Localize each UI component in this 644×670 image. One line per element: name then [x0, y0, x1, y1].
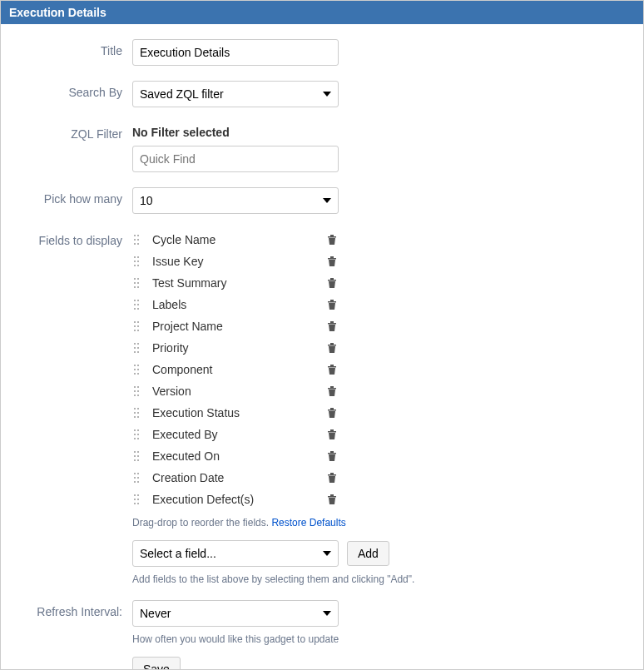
field-item-label: Issue Key	[152, 255, 327, 268]
label-pick-how-many: Pick how many	[9, 187, 132, 206]
field-item-label: Priority	[152, 341, 327, 355]
drag-handle-icon[interactable]	[132, 450, 141, 462]
field-item-label: Labels	[152, 298, 327, 311]
field-item[interactable]: Project Name	[132, 315, 339, 337]
svg-point-53	[137, 373, 139, 375]
svg-point-9	[137, 256, 139, 258]
svg-point-10	[134, 261, 136, 262]
svg-point-97	[137, 494, 139, 496]
row-save: Save	[9, 657, 635, 669]
svg-rect-23	[330, 278, 334, 280]
search-by-select[interactable]: Saved ZQL filter	[132, 81, 339, 107]
trash-icon[interactable]	[327, 450, 339, 462]
field-item[interactable]: Test Summary	[132, 272, 339, 294]
field-item-label: Version	[152, 385, 327, 398]
trash-icon[interactable]	[327, 299, 339, 310]
label-search-by: Search By	[9, 81, 132, 99]
svg-point-2	[134, 239, 136, 241]
trash-icon[interactable]	[327, 385, 339, 397]
svg-point-69	[137, 416, 139, 418]
drag-handle-icon[interactable]	[132, 256, 141, 267]
row-pick-how-many: Pick how many 10	[9, 187, 635, 214]
svg-point-89	[137, 473, 139, 474]
svg-point-92	[134, 481, 136, 483]
field-item-label: Creation Date	[152, 471, 327, 484]
refresh-interval-select[interactable]: Never	[132, 600, 339, 627]
svg-rect-86	[328, 453, 336, 454]
drag-handle-icon[interactable]	[132, 364, 141, 375]
svg-rect-63	[330, 386, 334, 388]
svg-point-84	[134, 459, 136, 461]
drag-handle-icon[interactable]	[132, 429, 141, 440]
trash-icon[interactable]	[327, 472, 339, 484]
field-item[interactable]: Version	[132, 380, 339, 402]
drag-handle-icon[interactable]	[132, 472, 141, 484]
field-item-label: Cycle Name	[152, 233, 327, 246]
drag-handle-icon[interactable]	[132, 234, 141, 246]
svg-rect-103	[330, 494, 334, 496]
trash-icon[interactable]	[327, 494, 339, 505]
field-item-label: Test Summary	[152, 276, 327, 290]
trash-icon[interactable]	[327, 320, 339, 332]
scroll-container[interactable]: Title Search By Saved ZQL filter ZQL Fil…	[1, 24, 643, 669]
add-button[interactable]: Add	[347, 541, 389, 566]
restore-defaults-link[interactable]: Restore Defaults	[271, 517, 345, 529]
svg-point-34	[134, 325, 136, 327]
drag-handle-icon[interactable]	[132, 299, 141, 310]
drag-handle-icon[interactable]	[132, 342, 141, 354]
drag-handle-icon[interactable]	[132, 277, 141, 289]
svg-point-56	[134, 386, 136, 388]
svg-point-32	[134, 321, 136, 323]
svg-rect-39	[330, 321, 334, 323]
svg-rect-47	[330, 343, 334, 345]
svg-point-29	[137, 308, 139, 310]
row-title: Title	[9, 39, 635, 66]
svg-point-18	[134, 282, 136, 284]
field-item[interactable]: Cycle Name	[132, 229, 339, 251]
field-item[interactable]: Executed By	[132, 424, 339, 445]
trash-icon[interactable]	[327, 407, 339, 419]
row-fields-to-display: Fields to display Cycle NameIssue KeyTes…	[9, 229, 635, 585]
field-item[interactable]: Component	[132, 359, 339, 380]
svg-point-27	[137, 304, 139, 305]
pick-how-many-select[interactable]: 10	[132, 187, 339, 214]
svg-rect-14	[328, 258, 336, 260]
svg-point-4	[134, 243, 136, 245]
field-item[interactable]: Issue Key	[132, 251, 339, 272]
drag-handle-icon[interactable]	[132, 407, 141, 419]
svg-point-28	[134, 308, 136, 310]
svg-point-67	[137, 412, 139, 414]
svg-point-51	[137, 369, 139, 370]
field-item[interactable]: Executed On	[132, 445, 339, 467]
svg-point-11	[137, 261, 139, 262]
trash-icon[interactable]	[327, 256, 339, 267]
svg-point-101	[137, 503, 139, 504]
trash-icon[interactable]	[327, 342, 339, 354]
title-input[interactable]	[132, 39, 339, 66]
svg-point-73	[137, 429, 139, 431]
add-field-select[interactable]: Select a field...	[132, 540, 339, 567]
svg-point-96	[134, 494, 136, 496]
field-item[interactable]: Creation Date	[132, 467, 339, 489]
trash-icon[interactable]	[327, 364, 339, 375]
svg-rect-55	[330, 365, 334, 366]
field-item[interactable]: Execution Defect(s)	[132, 489, 339, 510]
trash-icon[interactable]	[327, 234, 339, 246]
svg-point-72	[134, 429, 136, 431]
drag-handle-icon[interactable]	[132, 385, 141, 397]
field-item[interactable]: Execution Status	[132, 402, 339, 424]
quick-find-input[interactable]	[132, 146, 339, 172]
trash-icon[interactable]	[327, 277, 339, 289]
drag-handle-icon[interactable]	[132, 320, 141, 332]
svg-rect-71	[330, 408, 334, 409]
trash-icon[interactable]	[327, 429, 339, 440]
field-item[interactable]: Priority	[132, 337, 339, 359]
svg-rect-102	[328, 496, 336, 498]
svg-point-13	[137, 265, 139, 266]
svg-point-76	[134, 438, 136, 439]
save-button[interactable]: Save	[132, 657, 181, 669]
drag-handle-icon[interactable]	[132, 494, 141, 505]
svg-point-0	[134, 235, 136, 236]
svg-point-88	[134, 473, 136, 474]
field-item[interactable]: Labels	[132, 294, 339, 315]
